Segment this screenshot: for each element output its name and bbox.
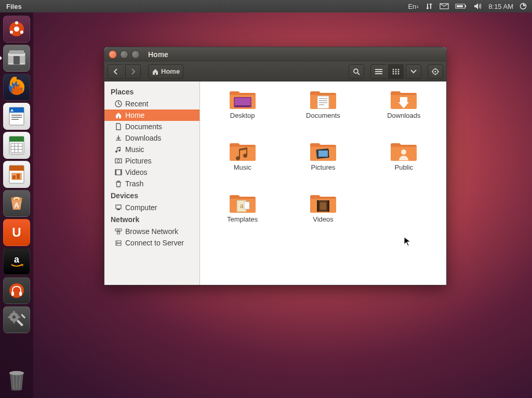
- launcher-writer[interactable]: [3, 103, 30, 130]
- toolbar: Home: [104, 62, 446, 81]
- titlebar[interactable]: Home: [104, 47, 446, 62]
- folder-desktop[interactable]: Desktop: [204, 88, 281, 138]
- svg-rect-69: [435, 74, 435, 75]
- sidebar-places-header: Places: [104, 86, 200, 98]
- location-options-button[interactable]: [428, 64, 443, 79]
- svg-text:A: A: [14, 201, 19, 209]
- grid-view-button[interactable]: [388, 64, 404, 79]
- svg-rect-5: [523, 3, 523, 5]
- svg-rect-15: [14, 56, 20, 64]
- sidebar-videos[interactable]: Videos: [104, 167, 200, 178]
- folder-videos[interactable]: Videos: [285, 191, 361, 241]
- list-view-button[interactable]: [370, 64, 386, 79]
- svg-rect-21: [11, 119, 19, 120]
- svg-rect-44: [8, 317, 10, 318]
- launcher-software-center[interactable]: A: [3, 190, 30, 217]
- svg-point-60: [393, 71, 394, 72]
- sidebar: Places Recent Home Documents Downloads M…: [104, 81, 200, 285]
- clock[interactable]: 8:15 AM: [485, 0, 516, 12]
- launcher: A U a: [0, 12, 33, 398]
- svg-rect-42: [14, 311, 15, 313]
- folder-documents[interactable]: Documents: [285, 88, 361, 138]
- svg-point-10: [20, 31, 23, 34]
- sidebar-computer[interactable]: Computer: [104, 202, 200, 213]
- sidebar-music[interactable]: Music: [104, 144, 200, 155]
- folder-label: Downloads: [387, 112, 420, 119]
- svg-point-99: [401, 149, 406, 155]
- folder-label: Templates: [227, 215, 258, 223]
- svg-rect-43: [14, 321, 15, 323]
- window-title: Home: [148, 50, 168, 59]
- folder-downloads[interactable]: Downloads: [366, 88, 442, 138]
- sidebar-recent[interactable]: Recent: [104, 98, 200, 109]
- svg-rect-2: [465, 5, 466, 7]
- folder-templates[interactable]: a Templates: [204, 191, 281, 241]
- launcher-firefox[interactable]: [3, 74, 30, 101]
- view-options-button[interactable]: [406, 64, 421, 79]
- messaging-indicator[interactable]: [436, 0, 452, 12]
- launcher-impress[interactable]: [3, 161, 30, 188]
- launcher-calc[interactable]: [3, 132, 30, 159]
- sidebar-pictures[interactable]: Pictures: [104, 155, 200, 167]
- svg-rect-68: [435, 68, 435, 70]
- svg-rect-39: [19, 292, 22, 296]
- battery-indicator[interactable]: [452, 0, 471, 12]
- launcher-settings[interactable]: [3, 306, 30, 333]
- svg-rect-32: [12, 175, 16, 179]
- launcher-ubuntu-one[interactable]: U: [3, 219, 30, 246]
- back-button[interactable]: [108, 64, 123, 79]
- keyboard-indicator[interactable]: En₁: [405, 0, 422, 12]
- svg-rect-94: [319, 104, 324, 105]
- svg-rect-71: [437, 71, 439, 72]
- active-app-name[interactable]: Files: [2, 3, 26, 10]
- svg-rect-93: [319, 102, 327, 103]
- launcher-files[interactable]: [3, 45, 30, 72]
- svg-rect-55: [375, 71, 382, 72]
- folder-public[interactable]: Public: [366, 140, 442, 189]
- svg-point-59: [398, 68, 400, 70]
- svg-rect-91: [319, 98, 327, 99]
- sidebar-downloads[interactable]: Downloads: [104, 132, 200, 144]
- svg-rect-56: [375, 73, 382, 74]
- svg-rect-38: [11, 292, 14, 296]
- svg-rect-95: [400, 97, 407, 102]
- forward-button[interactable]: [125, 64, 141, 79]
- svg-text:a: a: [14, 254, 20, 265]
- svg-rect-45: [18, 317, 20, 318]
- sidebar-home[interactable]: Home: [104, 109, 200, 121]
- svg-rect-54: [375, 69, 382, 70]
- svg-rect-105: [327, 200, 329, 212]
- sidebar-connect-server[interactable]: Connect to Server: [104, 237, 200, 249]
- session-indicator[interactable]: [516, 0, 530, 12]
- launcher-music[interactable]: [3, 277, 30, 304]
- svg-text:U: U: [12, 225, 21, 239]
- path-home-button[interactable]: Home: [148, 64, 183, 79]
- sidebar-documents[interactable]: Documents: [104, 121, 200, 132]
- svg-rect-3: [457, 5, 463, 7]
- svg-rect-98: [318, 150, 328, 157]
- folder-music[interactable]: Music: [204, 140, 281, 189]
- window-minimize-button[interactable]: [120, 50, 128, 59]
- sidebar-browse-network[interactable]: Browse Network: [104, 226, 200, 237]
- svg-rect-89: [235, 105, 250, 107]
- launcher-dash[interactable]: [3, 16, 30, 43]
- svg-rect-20: [11, 117, 22, 118]
- launcher-trash[interactable]: [3, 367, 30, 394]
- svg-point-37: [9, 283, 24, 298]
- window-maximize-button[interactable]: [131, 50, 140, 59]
- sidebar-trash[interactable]: Trash: [104, 178, 200, 189]
- sidebar-devices-header: Devices: [104, 189, 200, 202]
- svg-point-41: [12, 315, 16, 319]
- network-indicator[interactable]: [422, 0, 436, 12]
- svg-rect-106: [320, 202, 326, 210]
- search-button[interactable]: [349, 64, 364, 79]
- folder-label: Music: [234, 163, 251, 171]
- svg-rect-19: [11, 115, 22, 116]
- launcher-amazon[interactable]: a: [3, 248, 30, 275]
- svg-rect-92: [319, 100, 327, 101]
- svg-rect-30: [9, 166, 24, 171]
- svg-rect-104: [317, 200, 319, 212]
- window-close-button[interactable]: [109, 50, 117, 59]
- sound-indicator[interactable]: [471, 0, 485, 12]
- folder-pictures[interactable]: Pictures: [285, 140, 361, 189]
